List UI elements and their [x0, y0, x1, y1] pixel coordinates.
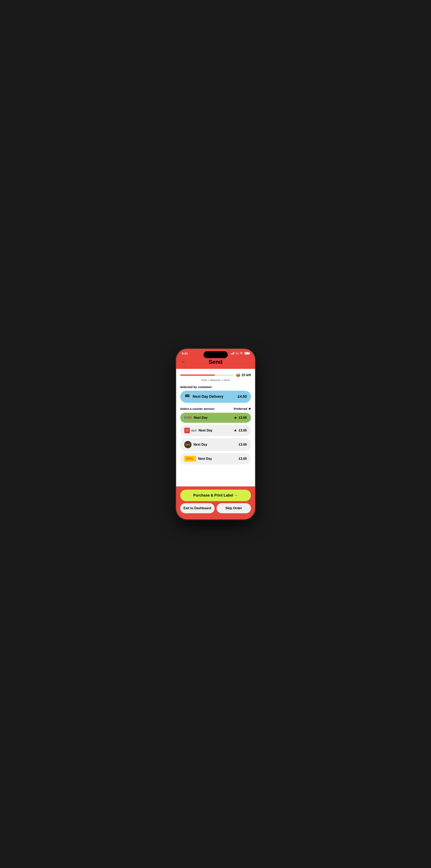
customer-price: £4.50 — [238, 395, 247, 399]
dpd-star-icon: ★ — [234, 428, 237, 433]
courier-option-ups[interactable]: UPS Next Day £3.65 — [180, 438, 251, 451]
exit-dashboard-button[interactable]: Exit to Dashboard — [180, 503, 214, 513]
courier-option-dhl[interactable]: DHL Next Day £3.65 — [180, 453, 251, 464]
status-icons: ) — [231, 352, 249, 355]
preferred-label: Preferred ★ — [234, 407, 251, 411]
battery-icon — [245, 352, 249, 354]
evri-price: £3.65 — [239, 416, 247, 420]
evri-star-icon: ★ — [234, 415, 237, 420]
dpd-service: Next Day — [199, 429, 212, 432]
ups-service: Next Day — [194, 443, 207, 446]
ups-text: UPS — [185, 443, 190, 446]
preferred-text: Preferred — [234, 407, 247, 410]
progress-section: 📦 23 left — [180, 373, 251, 377]
courier-dhl-left: DHL Next Day — [184, 456, 212, 462]
wifi-icon: ) — [235, 352, 243, 355]
progress-bar — [180, 374, 234, 376]
phone-frame: 9:41 ) ← — [176, 349, 255, 519]
dhl-service: Next Day — [198, 457, 212, 461]
ups-right: £3.65 — [239, 443, 247, 446]
secondary-buttons: Exit to Dashboard Skip Order — [180, 503, 251, 513]
dpd-logo: dpd dpd — [184, 428, 197, 433]
courier-option-evri[interactable]: EVRi Next Day ★ £3.65 — [180, 413, 251, 423]
breadcrumb: Pack > Measure > Send — [180, 378, 251, 381]
purchase-print-button[interactable]: Purchase & Print Label → — [180, 490, 251, 501]
bottom-bar: Purchase & Print Label → Exit to Dashboa… — [176, 487, 255, 519]
evri-right: ★ £3.65 — [234, 415, 247, 420]
dpd-price: £3.65 — [239, 429, 247, 432]
evri-service: Next Day — [194, 416, 207, 420]
courier-option-dpd[interactable]: dpd dpd Next Day ★ £3.65 — [180, 425, 251, 436]
register-icon: 🖥️ — [184, 394, 190, 400]
back-button[interactable]: ← — [181, 359, 185, 365]
courier-section-header: Select a courier service: Preferred ★ — [180, 407, 251, 411]
page-title: Send — [208, 359, 222, 365]
ups-price: £3.65 — [239, 443, 247, 446]
progress-fill — [180, 374, 215, 376]
dhl-price: £3.65 — [239, 457, 247, 461]
courier-section-label: Select a courier service: — [180, 407, 215, 410]
signal-icon — [231, 352, 234, 354]
phone-screen: 9:41 ) ← — [176, 349, 255, 519]
courier-evri-left: EVRi Next Day — [184, 416, 208, 420]
dpd-brand-text: dpd — [191, 429, 197, 432]
dynamic-island — [203, 351, 228, 358]
courier-dpd-left: dpd dpd Next Day — [184, 428, 212, 433]
main-content: 📦 23 left Pack > Measure > Send Selected… — [176, 369, 255, 487]
evri-logo: EVRi — [184, 416, 192, 420]
dhl-logo: DHL — [184, 456, 196, 462]
dhl-right: £3.65 — [239, 457, 247, 461]
status-time: 9:41 — [182, 352, 188, 355]
customer-selection: 🖥️ Next Day Delivery £4.50 — [180, 391, 251, 403]
dpd-right: ★ £3.65 — [234, 428, 247, 433]
ups-logo: UPS — [184, 441, 192, 448]
dpd-box-icon: dpd — [184, 428, 190, 433]
items-left-count: 23 left — [241, 373, 251, 377]
customer-selection-left: 🖥️ Next Day Delivery — [184, 394, 224, 400]
svg-text:dpd: dpd — [186, 430, 188, 432]
courier-ups-left: UPS Next Day — [184, 441, 207, 448]
skip-order-button[interactable]: Skip Order — [217, 503, 251, 513]
header: ← Send — [176, 357, 255, 369]
customer-section-label: Selected by customer: — [180, 385, 251, 389]
items-left: 📦 23 left — [236, 373, 251, 377]
preferred-star-icon: ★ — [248, 407, 251, 411]
customer-service-name: Next Day Delivery — [193, 395, 224, 399]
dhl-text: DHL — [186, 457, 194, 461]
package-icon: 📦 — [236, 373, 240, 377]
